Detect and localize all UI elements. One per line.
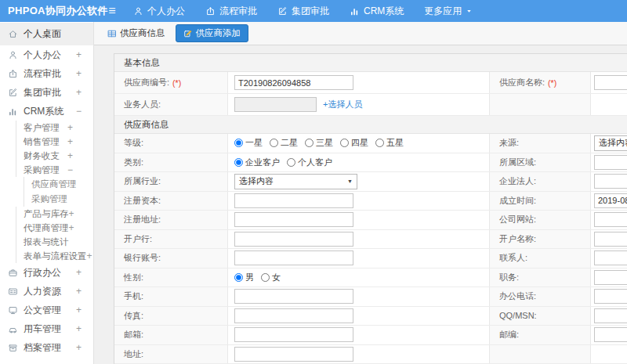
radio-option[interactable]: 五星	[375, 137, 404, 149]
text-input[interactable]	[594, 174, 627, 189]
tab-1[interactable]: 供应商添加	[176, 24, 249, 42]
field-cell	[591, 268, 627, 287]
caret-down-icon	[466, 8, 473, 15]
text-input[interactable]	[594, 232, 627, 247]
expander-plus-icon[interactable]: +	[76, 268, 93, 277]
radio-option[interactable]: 企业客户	[234, 157, 280, 168]
text-input[interactable]	[594, 250, 627, 265]
text-input[interactable]	[234, 250, 353, 265]
text-input[interactable]	[234, 212, 353, 227]
radio-label: 一星	[245, 137, 263, 149]
radio-option[interactable]: 女	[261, 272, 281, 283]
sidebar-item-13[interactable]: 报表与统计	[16, 235, 93, 249]
text-input[interactable]	[234, 327, 353, 342]
sidebar-item-11[interactable]: 产品与库存+	[16, 207, 93, 221]
text-input[interactable]	[594, 75, 627, 90]
expander-plus-icon[interactable]: +	[76, 287, 93, 296]
radio-input[interactable]	[375, 139, 384, 147]
sidebar-item-12[interactable]: 代理商管理+	[16, 221, 93, 235]
sidebar-item-4[interactable]: CRM系统−	[0, 102, 93, 121]
radio-option[interactable]: 四星	[340, 137, 368, 149]
sidebar-item-9[interactable]: 供应商管理	[24, 177, 93, 192]
select-dropdown[interactable]: 选择内容▼	[234, 174, 357, 189]
field-cell	[591, 72, 627, 93]
form-row: 手机:办公电话:	[114, 287, 627, 307]
sidebar-item-16[interactable]: 人力资源+	[0, 282, 93, 301]
radio-input[interactable]	[305, 139, 314, 147]
form-row: 等级:一星二星三星四星五星来源:选择内容▼	[114, 134, 627, 153]
sidebar-item-14[interactable]: 表单与流程设置+	[16, 249, 93, 263]
expander-plus-icon[interactable]: +	[76, 343, 93, 352]
sidebar-item-3[interactable]: 集团审批+	[0, 83, 93, 102]
sidebar-item-2[interactable]: 流程审批+	[0, 64, 93, 83]
text-input[interactable]	[234, 289, 353, 304]
card-icon	[8, 287, 18, 297]
text-input[interactable]	[234, 232, 353, 247]
expander-plus-icon[interactable]: +	[76, 69, 93, 78]
text-input[interactable]	[234, 75, 353, 90]
topmenu-item-2[interactable]: 集团审批	[277, 5, 329, 18]
topmenu-item-1[interactable]: 流程审批	[205, 5, 257, 18]
text-input[interactable]	[594, 327, 627, 342]
text-input[interactable]	[234, 97, 317, 112]
expander-plus-icon[interactable]: +	[67, 123, 93, 132]
radio-label: 五星	[386, 137, 404, 149]
expander-plus-icon[interactable]: +	[87, 251, 95, 261]
sidebar-item-8[interactable]: 采购管理−	[16, 163, 93, 177]
radio-input[interactable]	[234, 158, 243, 167]
expander-plus-icon[interactable]: +	[69, 223, 95, 232]
text-input[interactable]	[234, 308, 353, 323]
radio-option[interactable]: 个人客户	[287, 157, 332, 168]
expander-plus-icon[interactable]: +	[67, 151, 93, 160]
sidebar-item-5[interactable]: 客户管理+	[16, 121, 93, 135]
sidebar-item-1[interactable]: 个人办公+	[0, 45, 93, 64]
expander-minus-icon[interactable]: −	[67, 165, 93, 175]
expander-plus-icon[interactable]: +	[76, 305, 93, 315]
choose-person-link[interactable]: +选择人员	[323, 99, 362, 110]
text-input[interactable]	[594, 308, 627, 323]
expander-plus-icon[interactable]: +	[76, 88, 93, 97]
sidebar-item-label: 流程审批	[24, 67, 61, 81]
topmenu-item-3[interactable]: CRM系统	[350, 5, 404, 18]
expander-plus-icon[interactable]: +	[76, 324, 93, 333]
expander-plus-icon[interactable]: +	[76, 50, 93, 59]
field-cell: +选择人员	[228, 94, 489, 115]
sidebar-item-19[interactable]: 档案管理+	[0, 338, 93, 357]
text-input[interactable]	[594, 155, 627, 170]
radio-option[interactable]: 一星	[234, 137, 263, 149]
sidebar-item-0[interactable]: 个人桌面	[0, 23, 93, 45]
expander-plus-icon[interactable]: +	[69, 209, 95, 218]
text-input[interactable]	[594, 270, 627, 285]
sidebar-item-18[interactable]: 用车管理+	[0, 319, 93, 338]
field-label: 所属行业:	[114, 172, 228, 191]
radio-option[interactable]: 男	[234, 272, 254, 283]
radio-option[interactable]: 二星	[270, 137, 298, 149]
text-input[interactable]	[594, 212, 627, 227]
radio-input[interactable]	[287, 158, 295, 167]
form-row: 类别:企业客户个人客户所属区域:	[114, 153, 627, 173]
select-dropdown[interactable]: 选择内容▼	[594, 135, 627, 151]
sidebar-item-7[interactable]: 财务收支+	[16, 149, 93, 163]
expander-plus-icon[interactable]: +	[67, 137, 93, 146]
expander-minus-icon[interactable]: −	[76, 106, 93, 116]
sidebar-item-label: 客户管理	[24, 122, 60, 134]
radio-input[interactable]	[340, 139, 349, 147]
radio-option[interactable]: 三星	[305, 137, 333, 149]
radio-input[interactable]	[234, 273, 243, 282]
text-input[interactable]	[594, 289, 627, 304]
sidebar-item-6[interactable]: 销售管理+	[16, 135, 93, 149]
topmenu-item-0[interactable]: 个人办公	[133, 5, 185, 18]
hamburger-menu-icon[interactable]: ≡	[99, 0, 125, 22]
sidebar-item-15[interactable]: 行政办公+	[0, 263, 93, 282]
text-input[interactable]	[234, 347, 353, 362]
sidebar-item-10[interactable]: 采购管理	[24, 192, 93, 207]
sidebar-item-17[interactable]: 公文管理+	[0, 301, 93, 319]
text-input[interactable]	[234, 193, 353, 208]
field-label: 职务:	[489, 268, 591, 287]
radio-input[interactable]	[234, 139, 243, 147]
text-input[interactable]	[594, 193, 627, 208]
radio-input[interactable]	[270, 139, 278, 147]
topmenu-item-4[interactable]: 更多应用	[424, 5, 473, 18]
radio-input[interactable]	[261, 273, 270, 282]
tab-0[interactable]: 供应商信息	[104, 25, 169, 41]
